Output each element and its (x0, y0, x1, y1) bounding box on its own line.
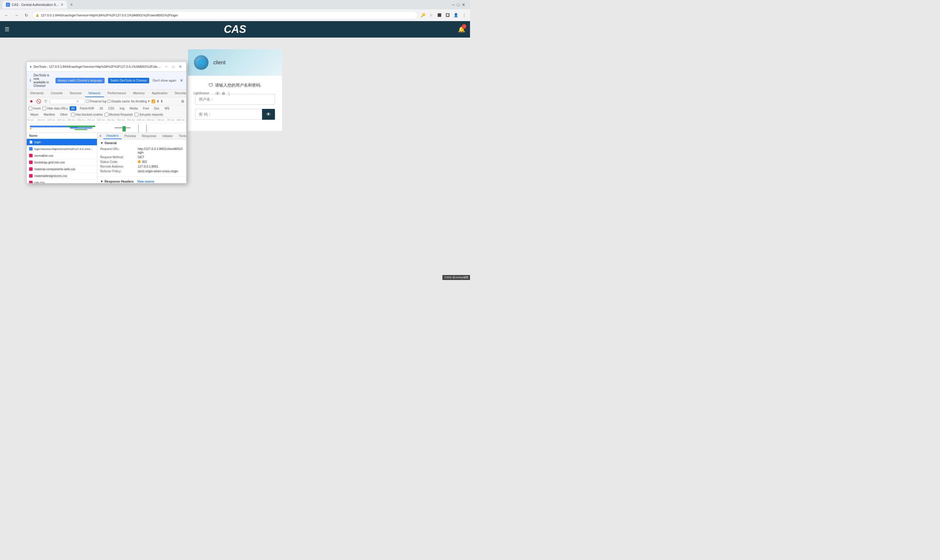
tick-150ms: 150 ms (47, 118, 57, 123)
detail-tab-headers[interactable]: Headers (103, 133, 122, 139)
hide-data-urls-label[interactable]: Hide data URLs (42, 106, 68, 110)
filter-fetch-xhr[interactable]: Fetch/XHR (78, 106, 96, 111)
file-name-bootstrap: bootstrap-grid.min.css (34, 160, 65, 164)
profile-icon[interactable]: 👤 (452, 12, 459, 19)
devtools-close-btn[interactable]: ✕ (178, 64, 183, 69)
new-tab-button[interactable]: + (68, 1, 75, 8)
file-icon-login-service (29, 147, 32, 151)
has-blocked-cookies-label[interactable]: Has blocked cookies (71, 113, 103, 117)
filter-icon[interactable]: ▽ (43, 98, 48, 104)
tab-performance[interactable]: Performance (104, 89, 130, 97)
filter-font[interactable]: Font (141, 106, 151, 111)
list-item-bootstrap[interactable]: bootstrap-grid.min.css (27, 159, 97, 166)
clear-button[interactable]: 🚫 (36, 98, 42, 104)
response-headers-header[interactable]: ▼ Response Headers View source (100, 180, 183, 183)
dont-show-again-link[interactable]: Don't show again (153, 78, 176, 82)
file-icon-materialdesign (29, 174, 32, 178)
list-item-normalize-css[interactable]: normalize.css (27, 152, 97, 159)
tab-lighthouse[interactable]: Lighthouse (190, 89, 213, 97)
banner-close-icon[interactable]: ✕ (180, 78, 183, 83)
search-input[interactable] (52, 100, 75, 103)
tab-security[interactable]: Security (171, 89, 190, 97)
blocked-requests-checkbox[interactable] (105, 113, 108, 117)
tab-memory[interactable]: Memory (130, 89, 148, 97)
settings2-icon[interactable]: ⚙ (181, 99, 184, 104)
filter-css[interactable]: CSS (107, 106, 116, 111)
general-section-header[interactable]: ▼ General (100, 141, 183, 145)
forward-button[interactable]: → (12, 11, 20, 19)
list-item-cas-css[interactable]: cas.css (27, 179, 97, 183)
invert-filter-label[interactable]: Invert (28, 106, 40, 110)
disable-cache-checkbox[interactable] (108, 100, 110, 103)
third-party-checkbox[interactable] (134, 113, 138, 117)
filter-other[interactable]: Other (59, 112, 69, 117)
list-item-materialdesign[interactable]: materialdesignicons.css (27, 172, 97, 179)
view-source-link[interactable]: View source (137, 180, 154, 183)
record-button[interactable]: ⏺ (28, 98, 34, 104)
filter-all[interactable]: All (69, 106, 76, 111)
wifi-icon: 📶 (151, 100, 155, 103)
disable-cache-label[interactable]: Disable cache (108, 100, 130, 103)
tab-sources[interactable]: Sources (66, 89, 85, 97)
cas-menu-icon[interactable]: ☰ (5, 26, 9, 32)
always-match-language-button[interactable]: Always match Chrome's language (56, 78, 105, 83)
filter-manifest[interactable]: Manifest (42, 112, 57, 117)
menu-icon[interactable]: ⋮ (461, 12, 468, 19)
refresh-button[interactable]: ↻ (22, 11, 31, 19)
search-box[interactable]: ✕ (49, 98, 85, 104)
invert-checkbox[interactable] (28, 106, 32, 110)
list-item-login-service[interactable]: login?service=http%3A%2F%2F127.0.0.1%3A8… (27, 146, 97, 152)
third-party-label[interactable]: 3rd-party requests (134, 113, 163, 117)
list-item-material-css[interactable]: material-components-web.css (27, 166, 97, 172)
url-bar[interactable]: 🔒 127.0.0.1:8443/cas/login?service=http%… (32, 11, 418, 19)
blocked-requests-label[interactable]: Blocked Requests (105, 113, 133, 117)
back-button[interactable]: ← (2, 11, 11, 19)
preserve-log-label[interactable]: Preserve log (86, 100, 107, 103)
extension-icon[interactable]: ⬛ (436, 12, 443, 19)
filter-img[interactable]: Img (118, 106, 126, 111)
devtools-minimize-btn[interactable]: – (163, 64, 169, 69)
cas-bell-container[interactable]: 🔔 2 (458, 26, 465, 33)
search-clear-icon[interactable]: ✕ (76, 100, 79, 103)
devtools-maximize-btn[interactable]: □ (170, 64, 176, 69)
status-code-row: Status Code: 302 (100, 159, 183, 164)
switch-to-chinese-button[interactable]: Switch DevTools to Chinese (108, 78, 149, 83)
key-icon[interactable]: 🔑 (420, 12, 426, 19)
filter-ws[interactable]: WS (163, 106, 171, 111)
star-icon[interactable]: ☆ (428, 12, 435, 19)
filter-media[interactable]: Media (128, 106, 139, 111)
tab-application[interactable]: Application (148, 89, 171, 97)
extension2-icon[interactable]: 🔲 (444, 12, 451, 19)
list-item-login[interactable]: 📄 login (27, 139, 97, 146)
detail-tab-timing[interactable]: Timing (176, 133, 186, 139)
import-icon[interactable]: ⬆ (157, 100, 159, 103)
has-blocked-cookies-checkbox[interactable] (71, 113, 75, 117)
detail-tab-close-icon[interactable]: ✕ (97, 133, 103, 139)
detail-tab-preview[interactable]: Preview (122, 133, 139, 139)
filter-doc[interactable]: Doc (153, 106, 161, 111)
settings-icon[interactable]: ⚙ (222, 91, 225, 96)
tab-elements[interactable]: Elements (27, 89, 47, 97)
detail-tab-response[interactable]: Response (139, 133, 159, 139)
login-prompt: 🛡 请输入您的用户名和密码. (195, 83, 275, 88)
export-icon[interactable]: ⬇ (161, 100, 163, 103)
more-options-icon[interactable]: ⋮ (227, 91, 231, 96)
request-method-key: Request Method: (100, 155, 136, 159)
throttle-dropdown[interactable]: No throttling ▼ (131, 100, 150, 103)
tab-close-icon[interactable]: ✕ (60, 3, 63, 7)
preserve-log-checkbox[interactable] (86, 100, 89, 103)
browser-tab[interactable]: C CAS - Central Authentication S... ✕ (2, 1, 67, 9)
detail-tab-initiator[interactable]: Initiator (159, 133, 176, 139)
file-list-header: Name (27, 133, 97, 139)
toggle-password-button[interactable]: 👁 (262, 109, 275, 120)
window-close-btn[interactable]: ✕ (462, 2, 465, 7)
window-max-btn[interactable]: □ (457, 2, 459, 7)
filter-js[interactable]: JS (98, 106, 105, 111)
window-min-btn[interactable]: – (452, 2, 455, 7)
hide-data-urls-checkbox[interactable] (42, 106, 46, 110)
filter-wasm[interactable]: Wasm (28, 112, 40, 117)
tab-console[interactable]: Console (47, 89, 66, 97)
tab-network[interactable]: Network (85, 89, 104, 97)
devtools-filter-bar: Invert Hide data URLs All Fetch/XHR JS C… (27, 105, 186, 118)
request-url-row: Request URL: http://127.0.0.1:8001/clien… (100, 146, 183, 155)
